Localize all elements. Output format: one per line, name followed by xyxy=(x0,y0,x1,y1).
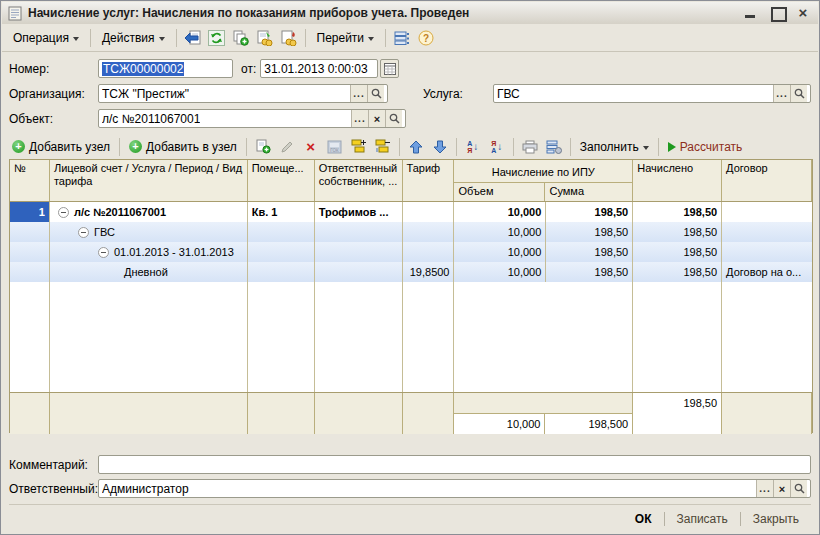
help-button[interactable]: ? xyxy=(414,27,438,49)
contract-cell[interactable] xyxy=(722,222,812,242)
row-number-cell[interactable] xyxy=(10,222,50,242)
maximize-button[interactable] xyxy=(770,7,784,19)
organization-open-button[interactable] xyxy=(367,85,384,102)
service-open-button[interactable] xyxy=(790,85,807,102)
service-select-button[interactable]: ... xyxy=(773,85,790,102)
responsible-clear-button[interactable]: × xyxy=(773,480,790,497)
structure-button[interactable] xyxy=(390,27,414,49)
move-down-button[interactable] xyxy=(428,136,452,158)
volume-cell[interactable]: 10,000 xyxy=(454,262,546,282)
save-button[interactable]: Записать xyxy=(665,509,740,529)
add-node-button[interactable]: + Добавить узел xyxy=(7,138,115,156)
accrued-cell[interactable]: 198,50 xyxy=(633,262,722,282)
copy-button[interactable] xyxy=(229,27,253,49)
owner-cell[interactable] xyxy=(315,262,403,282)
tree-cell[interactable]: 01.01.2013 - 31.01.2013 xyxy=(50,242,248,262)
reread-button[interactable] xyxy=(181,27,205,49)
ok-button[interactable]: ОК xyxy=(623,509,664,529)
table-row[interactable]: 01.01.2013 - 31.01.2013 10,000 198,50 19… xyxy=(10,242,812,262)
calendar-button[interactable] xyxy=(380,59,399,78)
col-header-accrued[interactable]: Начислено xyxy=(633,160,722,201)
organization-field[interactable]: ТСЖ "Престиж" ... xyxy=(98,84,388,103)
organization-select-button[interactable]: ... xyxy=(350,85,367,102)
copy-row-button[interactable] xyxy=(251,136,275,158)
col-header-ipu-group[interactable]: Начисление по ИПУ Объем Сумма xyxy=(454,160,633,201)
row-number-cell[interactable]: 1 xyxy=(10,202,50,222)
sum-cell[interactable]: 198,50 xyxy=(546,202,633,222)
responsible-open-button[interactable] xyxy=(790,480,807,497)
collapse-nodes-button[interactable] xyxy=(371,136,395,158)
tariff-cell[interactable] xyxy=(403,242,455,262)
edit-row-button[interactable] xyxy=(275,136,299,158)
collapse-node-icon[interactable] xyxy=(58,207,69,218)
col-header-tariff[interactable]: Тариф xyxy=(403,160,455,201)
sum-cell[interactable]: 198,50 xyxy=(546,222,633,242)
move-up-button[interactable] xyxy=(404,136,428,158)
collapse-node-icon[interactable] xyxy=(98,247,109,258)
print-button[interactable] xyxy=(518,136,542,158)
service-field[interactable]: ГВС ... xyxy=(493,84,811,103)
postings-button[interactable] xyxy=(253,27,277,49)
contract-cell[interactable] xyxy=(722,242,812,262)
col-header-volume[interactable]: Объем xyxy=(454,183,545,201)
col-header-owner[interactable]: Ответственный собственник, ... xyxy=(315,160,403,201)
close-form-button[interactable]: Закрыть xyxy=(741,509,811,529)
col-header-num[interactable]: № xyxy=(10,160,50,201)
owner-cell[interactable] xyxy=(315,242,403,262)
accrued-cell[interactable]: 198,50 xyxy=(633,242,722,262)
row-number-cell[interactable] xyxy=(10,262,50,282)
delete-row-button[interactable]: × xyxy=(299,136,323,158)
room-cell[interactable] xyxy=(248,262,315,282)
menu-actions[interactable]: Действия xyxy=(95,27,172,49)
contract-cell[interactable] xyxy=(722,202,812,222)
tariff-cell[interactable]: 19,8500 xyxy=(403,262,455,282)
number-field[interactable]: ТСЖ00000002 xyxy=(98,59,233,78)
owner-cell[interactable]: Трофимов ... xyxy=(315,202,403,222)
volume-cell[interactable]: 10,000 xyxy=(454,202,546,222)
room-cell[interactable]: Кв. 1 xyxy=(248,202,315,222)
table-row[interactable]: Дневной 19,8500 10,000 198,50 198,50 Дог… xyxy=(10,262,812,282)
comment-input[interactable] xyxy=(98,455,811,474)
calculate-button[interactable]: Рассчитать xyxy=(663,138,748,156)
contract-cell[interactable]: Договор на о... xyxy=(722,262,812,282)
col-header-sum[interactable]: Сумма xyxy=(545,183,632,201)
responsible-select-button[interactable]: ... xyxy=(756,480,773,497)
table-empty-area[interactable] xyxy=(10,282,812,392)
menu-operation[interactable]: Операция xyxy=(6,27,86,49)
object-open-button[interactable] xyxy=(385,110,402,127)
collapse-node-icon[interactable] xyxy=(78,227,89,238)
sort-asc-button[interactable]: АЯ↓ xyxy=(461,136,485,158)
expand-nodes-button[interactable] xyxy=(347,136,371,158)
col-header-account[interactable]: Лицевой счет / Услуга / Период / Вид тар… xyxy=(50,160,248,201)
menu-goto[interactable]: Перейти xyxy=(310,27,382,49)
list-settings-button[interactable] xyxy=(542,136,566,158)
end-edit-button[interactable]: ГОК xyxy=(323,136,347,158)
col-header-contract[interactable]: Договор xyxy=(722,160,812,201)
refresh-button[interactable] xyxy=(205,27,229,49)
accrued-cell[interactable]: 198,50 xyxy=(633,222,722,242)
responsible-field[interactable]: Администратор ... × xyxy=(98,479,811,498)
tariff-cell[interactable] xyxy=(403,202,455,222)
volume-cell[interactable]: 10,000 xyxy=(454,222,546,242)
table-row[interactable]: 1 л/с №2011067001 Кв. 1 Трофимов ... 10,… xyxy=(10,202,812,222)
object-select-button[interactable]: ... xyxy=(351,110,368,127)
accrued-cell[interactable]: 198,50 xyxy=(633,202,722,222)
sum-cell[interactable]: 198,50 xyxy=(546,262,633,282)
fill-menu-button[interactable]: Заполнить xyxy=(575,138,654,156)
tree-cell[interactable]: ГВС xyxy=(50,222,248,242)
room-cell[interactable] xyxy=(248,242,315,262)
date-field[interactable]: 31.01.2013 0:00:03 xyxy=(260,59,378,78)
tariff-cell[interactable] xyxy=(403,222,455,242)
tree-cell[interactable]: Дневной xyxy=(50,262,248,282)
owner-cell[interactable] xyxy=(315,222,403,242)
title-bar[interactable]: Начисление услуг: Начисления по показани… xyxy=(2,2,818,24)
table-row[interactable]: ГВС 10,000 198,50 198,50 xyxy=(10,222,812,242)
minimize-button[interactable] xyxy=(744,7,758,19)
tree-cell[interactable]: л/с №2011067001 xyxy=(50,202,248,222)
object-clear-button[interactable]: × xyxy=(368,110,385,127)
close-button[interactable]: × xyxy=(796,7,810,19)
sum-cell[interactable]: 198,50 xyxy=(546,242,633,262)
object-field[interactable]: л/с №2011067001 ... × xyxy=(98,109,406,128)
row-number-cell[interactable] xyxy=(10,242,50,262)
room-cell[interactable] xyxy=(248,222,315,242)
